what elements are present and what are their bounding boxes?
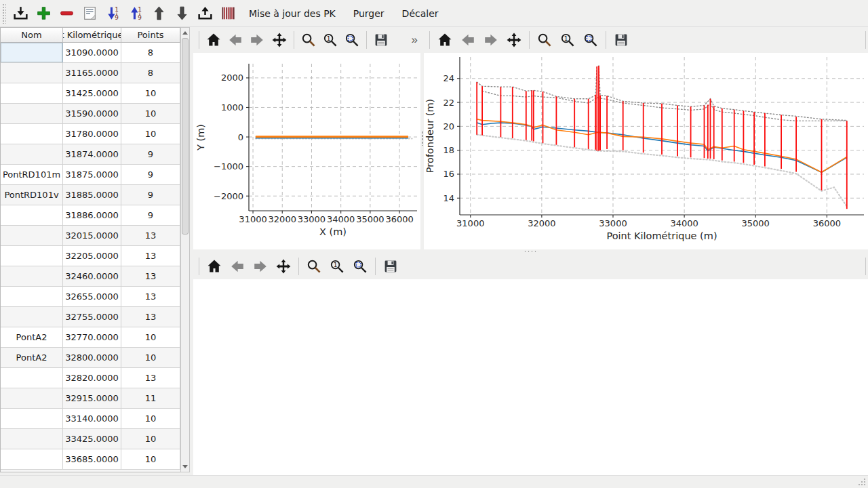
table-cell[interactable]: 31590.0000	[63, 104, 121, 124]
table-cell[interactable]	[1, 63, 63, 83]
table-row[interactable]: 32915.000011	[1, 388, 180, 409]
table-cell[interactable]: 8	[121, 63, 180, 83]
table-row[interactable]: 31165.00008	[1, 63, 180, 83]
sort-descending-button[interactable]: 1 9	[101, 2, 124, 25]
table-cell[interactable]	[1, 368, 63, 388]
table-cell[interactable]: 9	[121, 144, 180, 165]
table-row[interactable]: 33140.000010	[1, 409, 180, 429]
table-cell[interactable]: 33685.0000	[63, 449, 121, 470]
table-cell[interactable]: 31875.0000	[63, 165, 121, 185]
pan-button[interactable]	[503, 29, 525, 51]
table-row[interactable]: PontRD101m31875.00009	[1, 165, 180, 185]
zoom-button[interactable]	[534, 29, 555, 51]
table-cell[interactable]: 13	[121, 266, 180, 287]
table-cell[interactable]: 31425.0000	[63, 83, 121, 104]
table-cell[interactable]: 31165.0000	[63, 63, 121, 83]
home-button[interactable]	[203, 256, 225, 277]
zoom-one-button[interactable]: 1	[320, 29, 340, 51]
table-cell[interactable]: 32800.0000	[63, 348, 121, 368]
table-cell[interactable]: 10	[121, 409, 180, 429]
table-cell[interactable]: 9	[121, 205, 180, 226]
table-cell[interactable]: 10	[121, 327, 180, 348]
toolbar-drag-handle[interactable]	[2, 3, 6, 24]
table-row[interactable]: 31874.00009	[1, 144, 180, 165]
table-row[interactable]: 32015.000013	[1, 226, 180, 246]
remove-row-button[interactable]	[55, 2, 78, 25]
table-row[interactable]: 31590.000010	[1, 104, 180, 124]
table-cell[interactable]: 13	[121, 368, 180, 388]
scrollbar-thumb[interactable]	[182, 38, 189, 235]
table-cell[interactable]: 10	[121, 104, 180, 124]
back-button[interactable]	[225, 29, 245, 51]
table-cell[interactable]	[1, 287, 63, 307]
zoom-one-button[interactable]: 1	[557, 29, 578, 51]
table-row[interactable]: 32460.000013	[1, 266, 180, 287]
sort-ascending-button[interactable]: 1 9	[124, 2, 147, 25]
table-cell[interactable]	[1, 388, 63, 409]
table-cell[interactable]: 9	[121, 165, 180, 185]
table-row[interactable]: 31090.00008	[1, 43, 180, 63]
table-cell[interactable]: 32915.0000	[63, 388, 121, 409]
save-button[interactable]	[610, 29, 632, 51]
back-button[interactable]	[457, 29, 479, 51]
table-cell[interactable]: 31886.0000	[63, 205, 121, 226]
table-cell[interactable]: 13	[121, 246, 180, 266]
table-row[interactable]: 32205.000013	[1, 246, 180, 266]
zoom-button[interactable]	[298, 29, 319, 51]
shift-button[interactable]: Décaler	[394, 3, 447, 24]
forward-button[interactable]	[480, 29, 502, 51]
table-cell[interactable]: 10	[121, 429, 180, 449]
table-cell[interactable]: 31780.0000	[63, 124, 121, 144]
table-cell[interactable]: 13	[121, 226, 180, 246]
table-cell[interactable]: 10	[121, 348, 180, 368]
add-row-button[interactable]	[32, 2, 55, 25]
column-header-points[interactable]: Points	[121, 28, 180, 43]
table-cell[interactable]	[1, 429, 63, 449]
table-row[interactable]: 32655.000013	[1, 287, 180, 307]
toolbar-overflow-chevron[interactable]: »	[409, 33, 420, 47]
table-cell[interactable]: 10	[121, 83, 180, 104]
xy-plot-canvas[interactable]: 310003200033000340003500036000−2000−1000…	[193, 53, 420, 249]
table-cell[interactable]: 31090.0000	[63, 43, 121, 63]
import-button[interactable]	[9, 2, 32, 25]
column-header-point-kilometrique[interactable]: t Kilométrique	[63, 28, 121, 43]
table-cell[interactable]	[1, 266, 63, 287]
table-cell[interactable]	[1, 124, 63, 144]
table-cell[interactable]	[1, 83, 63, 104]
table-cell[interactable]: 33140.0000	[63, 409, 121, 429]
table-cell[interactable]: 10	[121, 449, 180, 470]
table-row[interactable]: 33685.000010	[1, 449, 180, 470]
zoom-one-button[interactable]: 1	[326, 256, 348, 277]
table-cell[interactable]	[1, 205, 63, 226]
notes-button[interactable]	[78, 2, 101, 25]
table-cell[interactable]: 31885.0000	[63, 185, 121, 205]
table-row[interactable]: 31780.000010	[1, 124, 180, 144]
table-row[interactable]: PontA232770.000010	[1, 327, 180, 348]
bottom-plot-figure[interactable]	[193, 279, 868, 475]
table-vertical-scrollbar[interactable]	[180, 27, 190, 472]
home-button[interactable]	[434, 29, 456, 51]
table-cell[interactable]	[1, 43, 63, 63]
table-cell[interactable]	[1, 226, 63, 246]
table-cell[interactable]: 32655.0000	[63, 287, 121, 307]
move-up-button[interactable]	[147, 2, 170, 25]
home-button[interactable]	[203, 29, 224, 51]
table-cell[interactable]: 32205.0000	[63, 246, 121, 266]
table-cell[interactable]: 32015.0000	[63, 226, 121, 246]
table-cell[interactable]: 31874.0000	[63, 144, 121, 165]
table-row[interactable]: PontRD101v31885.00009	[1, 185, 180, 205]
table-cell[interactable]: PontRD101m	[1, 165, 63, 185]
table-cell[interactable]: 32755.0000	[63, 307, 121, 327]
zoom-region-button[interactable]	[580, 29, 601, 51]
table-cell[interactable]: 11	[121, 388, 180, 409]
table-row[interactable]: 33425.000010	[1, 429, 180, 449]
table-cell[interactable]	[1, 409, 63, 429]
pan-button[interactable]	[273, 256, 294, 277]
table-cell[interactable]: 13	[121, 287, 180, 307]
table-cell[interactable]	[1, 144, 63, 165]
table-cell[interactable]: 9	[121, 185, 180, 205]
table-cell[interactable]	[1, 449, 63, 470]
profile-plot-canvas[interactable]: 3100032000330003400035000360001416182022…	[424, 53, 868, 249]
table-row[interactable]: 31886.00009	[1, 205, 180, 226]
table-cell[interactable]: 8	[121, 43, 180, 63]
